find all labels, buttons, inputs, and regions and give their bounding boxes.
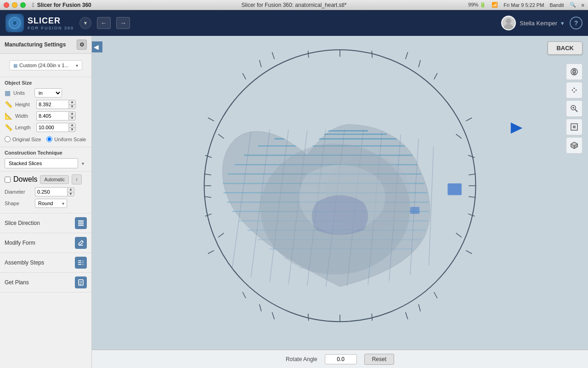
reset-btn[interactable]: Reset	[364, 354, 394, 365]
help-btn[interactable]: ?	[570, 17, 582, 29]
mac-apple-icon: 	[32, 1, 34, 8]
menu-icon[interactable]: ≡	[582, 2, 584, 8]
viewport[interactable]: ◀ BACK	[92, 36, 588, 368]
original-size-label: Original Size	[12, 137, 41, 142]
get-plans-label: Get Plans	[5, 279, 29, 286]
app-sub-label: FOR FUSION 360	[28, 26, 74, 30]
nav-dropdown-btn[interactable]: ▾	[79, 17, 91, 29]
manufacturing-settings-header: Manufacturing Settings ⚙	[0, 36, 91, 54]
construction-group: Construction Technique Stacked Slices In…	[0, 147, 91, 172]
mac-status-bar: 99% 🔋 📶 Fri Mar 9 5:22 PM Bandit 🔍 ≡	[468, 2, 584, 8]
rotate-angle-label: Rotate Angle	[286, 356, 317, 362]
units-row: ▦ Units in cm mm	[5, 88, 87, 98]
automatic-btn[interactable]: Automatic	[40, 175, 68, 184]
svg-rect-5	[78, 223, 84, 224]
user-name: Bandit	[549, 2, 564, 8]
uniform-scale-option[interactable]: Uniform Scale	[46, 136, 86, 142]
dowels-label: Dowels	[13, 175, 37, 184]
clock: Fri Mar 9 5:22 PM	[503, 2, 544, 8]
dowels-group: Dowels Automatic ↑ Diameter ▲ ▼ Shape	[0, 172, 91, 213]
preset-area: ▦ Custom (24.00in x 1... ▾	[0, 54, 91, 77]
app-logo: SLICER FOR FUSION 360	[6, 14, 74, 32]
height-label: Height	[15, 102, 34, 107]
svg-rect-6	[78, 224, 84, 226]
diameter-label: Diameter	[5, 189, 32, 195]
battery-status: 99% 🔋	[468, 2, 486, 8]
rotate-angle-input[interactable]	[325, 354, 357, 364]
svg-rect-8	[78, 260, 81, 261]
height-input-wrap: ▲ ▼	[36, 100, 76, 109]
svg-rect-27	[573, 126, 576, 128]
wifi-icon: 📶	[492, 2, 498, 8]
forward-nav-btn[interactable]: →	[116, 17, 130, 29]
construction-select-arrow: ▾	[82, 161, 84, 166]
fit-tool-btn[interactable]	[566, 119, 582, 135]
get-plans-row[interactable]: Get Plans	[0, 273, 91, 293]
diameter-stepper: ▲ ▼	[67, 187, 74, 196]
user-avatar	[501, 16, 516, 30]
units-select[interactable]: in cm mm	[34, 88, 62, 98]
get-plans-icon	[75, 276, 87, 288]
width-icon: 📐	[5, 112, 12, 120]
dowels-main-row: Dowels Automatic ↑	[5, 174, 87, 184]
length-down-btn[interactable]: ▼	[69, 128, 75, 132]
svg-rect-102	[410, 207, 419, 214]
height-icon: 📏	[5, 101, 12, 108]
shape-select-wrap: Round Square ▾	[35, 199, 67, 208]
assembly-steps-icon	[75, 257, 87, 269]
construction-select-wrap: Stacked Slices Interlocked Slices Curve …	[5, 158, 87, 168]
length-icon: 📏	[5, 124, 12, 131]
dowels-upload-btn[interactable]: ↑	[72, 174, 82, 184]
assembly-steps-row[interactable]: Assembly Steps	[0, 253, 91, 273]
zoom-tool-btn[interactable]	[566, 100, 582, 117]
original-size-option[interactable]: Original Size	[5, 136, 41, 142]
construction-title: Construction Technique	[5, 150, 87, 155]
height-down-btn[interactable]: ▼	[69, 105, 75, 109]
width-down-btn[interactable]: ▼	[69, 116, 75, 121]
maximize-btn[interactable]	[20, 2, 26, 8]
back-nav-btn[interactable]: ←	[97, 17, 111, 29]
units-label: Units	[13, 90, 32, 96]
preset-label: Custom (24.00in x 1...	[19, 63, 69, 68]
modify-form-icon	[75, 237, 87, 249]
shape-select[interactable]: Round Square	[35, 199, 67, 208]
window-controls:  Slicer for Fusion 360	[4, 1, 91, 8]
svg-point-2	[506, 18, 511, 24]
svg-rect-13	[82, 264, 84, 265]
width-stepper: ▲ ▼	[68, 111, 76, 121]
pan-tool-btn[interactable]	[566, 82, 582, 98]
slice-direction-icon	[75, 217, 87, 229]
length-input[interactable]	[36, 123, 68, 132]
manufacturing-settings-gear[interactable]: ⚙	[77, 40, 87, 50]
units-icon: ▦	[5, 89, 11, 97]
rotate-tool-btn[interactable]	[566, 63, 582, 80]
back-button[interactable]: BACK	[548, 41, 582, 55]
model-svg	[92, 36, 588, 350]
sidebar: Manufacturing Settings ⚙ ▦ Custom (24.00…	[0, 36, 92, 368]
user-dropdown-icon[interactable]: ▾	[561, 20, 564, 27]
original-size-radio[interactable]	[5, 136, 11, 142]
diameter-input[interactable]	[35, 187, 67, 196]
slice-direction-row[interactable]: Slice Direction	[0, 213, 91, 233]
uniform-scale-label: Uniform Scale	[54, 137, 86, 142]
dowels-checkbox[interactable]	[5, 177, 11, 183]
construction-technique-select[interactable]: Stacked Slices Interlocked Slices Curve …	[5, 158, 78, 168]
expand-sidebar-btn[interactable]: ◀	[92, 41, 102, 52]
width-input-wrap: ▲ ▼	[36, 111, 76, 121]
object-size-group: Object Size ▦ Units in cm mm 📏 Height ▲	[0, 77, 91, 147]
uniform-scale-radio[interactable]	[46, 136, 52, 142]
view-cube-btn[interactable]	[566, 137, 582, 154]
modify-form-row[interactable]: Modify Form	[0, 233, 91, 253]
search-icon[interactable]: 🔍	[570, 2, 576, 8]
close-btn[interactable]	[4, 2, 9, 8]
scale-options-row: Original Size Uniform Scale	[5, 134, 87, 144]
width-input[interactable]	[36, 111, 68, 121]
viewport-bottom-bar: Rotate Angle Reset	[92, 350, 588, 368]
preset-dropdown[interactable]: ▦ Custom (24.00in x 1... ▾	[9, 60, 82, 70]
svg-rect-9	[78, 262, 81, 263]
minimize-btn[interactable]	[12, 2, 17, 8]
app-name-label: SLICER	[28, 16, 74, 26]
height-input[interactable]	[36, 100, 68, 109]
diameter-down-btn[interactable]: ▼	[68, 192, 74, 196]
modify-form-label: Modify Form	[5, 240, 35, 246]
